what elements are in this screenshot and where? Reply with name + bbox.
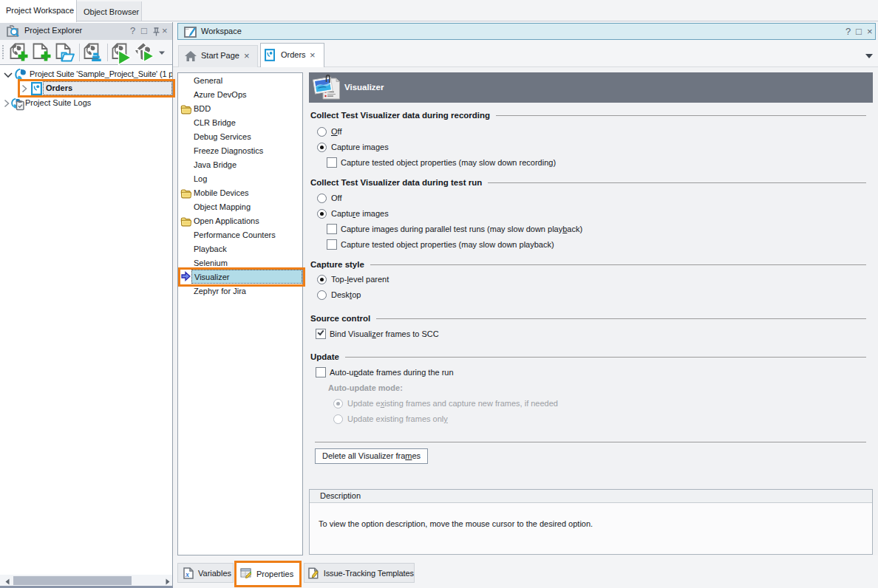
svg-text:x: x xyxy=(185,570,189,578)
